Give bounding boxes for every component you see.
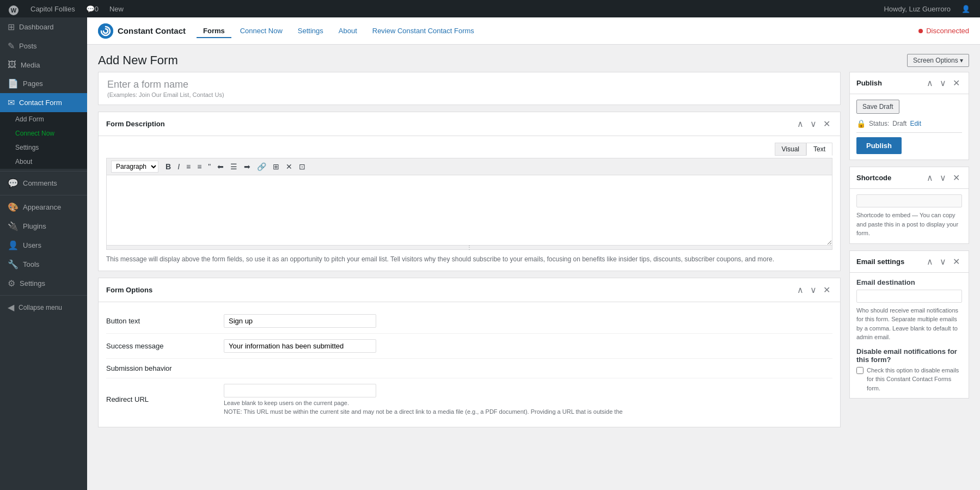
align-left-button[interactable]: ⬅ [215, 161, 226, 173]
metabox-collapse-button[interactable]: ∨ [808, 118, 819, 130]
unordered-list-button[interactable]: ≡ [183, 161, 193, 173]
sidebar-item-settings-main[interactable]: ⚙ Settings [0, 274, 87, 293]
ordered-list-button[interactable]: ≡ [194, 161, 204, 173]
button-text-row: Button text [106, 309, 832, 334]
status-edit-link[interactable]: Edit [910, 120, 921, 127]
shortcode-expand-button[interactable]: ∧ [924, 171, 935, 184]
form-options-collapse-button[interactable]: ∨ [808, 284, 819, 296]
shortcode-collapse-button[interactable]: ∨ [938, 171, 948, 184]
button-text-input[interactable] [224, 314, 376, 328]
publish-close-button[interactable]: ✕ [951, 77, 962, 89]
sidebar-item-media[interactable]: 🖼 Media [0, 56, 87, 74]
submission-behavior-row: Submission behavior [106, 359, 832, 378]
plugin-nav: Forms Connect Now Settings About Review … [197, 23, 481, 38]
sidebar-item-tools[interactable]: 🔧 Tools [0, 255, 87, 274]
redirect-url-input[interactable] [224, 384, 376, 397]
editor-area[interactable] [106, 175, 832, 246]
success-message-label: Success message [106, 342, 215, 350]
shortcode-metabox-header[interactable]: Shortcode ∧ ∨ ✕ [850, 167, 969, 189]
status-label: Status: [869, 120, 889, 127]
publish-button[interactable]: Publish [856, 137, 902, 154]
fullscreen-button[interactable]: ⊡ [296, 161, 308, 173]
form-options-body: Button text Success message Submission b… [99, 302, 840, 427]
sidebar-item-pages[interactable]: 📄 Pages [0, 74, 87, 93]
site-name[interactable]: Capitol Follies [25, 0, 81, 17]
shortcode-input[interactable] [856, 194, 962, 207]
bold-button[interactable]: B [163, 161, 174, 173]
email-description: Who should receive email notifications f… [856, 306, 962, 342]
editor-resize-handle[interactable]: ⋮ [106, 246, 832, 250]
sidebar-item-settings[interactable]: Settings [0, 140, 87, 155]
metabox-expand-button[interactable]: ∧ [795, 118, 806, 130]
form-description-title: Form Description [106, 120, 165, 128]
align-center-button[interactable]: ☰ [228, 161, 240, 173]
tab-text[interactable]: Text [806, 143, 832, 156]
sidebar-collapse-button[interactable]: ◀ Collapse menu [0, 298, 87, 317]
adminbar-avatar[interactable]: 👤 [956, 0, 976, 17]
form-name-box: (Examples: Join Our Email List, Contact … [98, 72, 841, 105]
sidebar-item-contact-form[interactable]: ✉ Contact Form [0, 93, 87, 112]
sidebar-item-connect-now[interactable]: Connect Now [0, 126, 87, 140]
form-name-input[interactable] [107, 79, 831, 90]
paragraph-select[interactable]: Paragraph [111, 161, 158, 173]
tab-visual[interactable]: Visual [775, 143, 806, 156]
editor-tabs: Visual Text [106, 143, 832, 156]
plugin-nav-connect-now[interactable]: Connect Now [234, 23, 289, 38]
email-settings-collapse-button[interactable]: ∨ [938, 255, 948, 268]
insert-table-button[interactable]: ⊞ [270, 161, 282, 173]
form-options-expand-button[interactable]: ∧ [795, 284, 806, 296]
main-content: Constant Contact Forms Connect Now Setti… [87, 17, 980, 490]
email-settings-expand-button[interactable]: ∧ [924, 255, 935, 268]
sidebar-item-plugins[interactable]: 🔌 Plugins [0, 217, 87, 236]
wp-logo-icon[interactable]: W [4, 3, 23, 15]
sidebar-item-posts[interactable]: ✎ Posts [0, 36, 87, 56]
save-draft-button[interactable]: Save Draft [856, 100, 899, 114]
publish-metabox-body: Save Draft 🔒 Status: Draft Edit Publish [850, 94, 969, 160]
form-name-hint: (Examples: Join Our Email List, Contact … [107, 91, 831, 98]
users-icon: 👤 [8, 240, 19, 250]
sidebar-item-comments[interactable]: 💬 Comments [0, 174, 87, 193]
screen-options-button[interactable]: Screen Options ▾ [907, 54, 969, 67]
sidebar-item-users[interactable]: 👤 Users [0, 236, 87, 255]
adminbar-new[interactable]: New [104, 0, 129, 17]
disable-email-checkbox-row: Check this option to disable emails for … [856, 366, 962, 393]
plugin-nav-settings[interactable]: Settings [291, 23, 330, 38]
form-description-header[interactable]: Form Description ∧ ∨ ✕ [99, 112, 840, 136]
publish-actions: Publish [856, 132, 962, 154]
sidebar-item-appearance[interactable]: 🎨 Appearance [0, 198, 87, 217]
plugin-nav-forms[interactable]: Forms [197, 23, 231, 38]
adminbar-comments[interactable]: 💬 0 [81, 0, 104, 17]
remove-format-button[interactable]: ✕ [283, 161, 295, 173]
sidebar-item-add-form[interactable]: Add Form [0, 112, 87, 126]
align-right-button[interactable]: ➡ [241, 161, 253, 173]
italic-button[interactable]: I [175, 161, 182, 173]
plugin-nav-about[interactable]: About [332, 23, 364, 38]
comments-icon: 💬 [8, 178, 19, 188]
success-message-input[interactable] [224, 339, 376, 353]
link-button[interactable]: 🔗 [254, 161, 269, 173]
publish-collapse-button[interactable]: ∨ [938, 77, 948, 89]
disable-email-checkbox[interactable] [856, 367, 863, 374]
disable-email-text: Check this option to disable emails for … [867, 366, 962, 393]
form-description-metabox: Form Description ∧ ∨ ✕ Visual Text Parag [98, 112, 841, 271]
status-row: 🔒 Status: Draft Edit [856, 119, 962, 128]
blockquote-button[interactable]: " [205, 161, 213, 173]
form-options-header[interactable]: Form Options ∧ ∨ ✕ [99, 278, 840, 302]
form-description-body: Visual Text Paragraph B I ≡ ≡ " ⬅ ☰ [99, 136, 840, 271]
metabox-close-button[interactable]: ✕ [821, 118, 832, 130]
sidebar-item-dashboard[interactable]: ⊞ Dashboard [0, 17, 87, 36]
publish-metabox-header[interactable]: Publish ∧ ∨ ✕ [850, 72, 969, 94]
form-options-close-button[interactable]: ✕ [821, 284, 832, 296]
svg-point-0 [98, 23, 113, 39]
email-settings-header[interactable]: Email settings ∧ ∨ ✕ [850, 251, 969, 273]
button-text-label: Button text [106, 317, 215, 325]
plugin-nav-review[interactable]: Review Constant Contact Forms [366, 23, 481, 38]
email-destination-input[interactable] [856, 290, 962, 303]
sidebar-item-about[interactable]: About [0, 155, 87, 169]
email-settings-close-button[interactable]: ✕ [951, 255, 962, 268]
publish-title: Publish [856, 79, 882, 87]
shortcode-close-button[interactable]: ✕ [951, 171, 962, 184]
main-column: (Examples: Join Our Email List, Contact … [98, 72, 841, 434]
constant-contact-logo-icon [98, 23, 113, 39]
publish-expand-button[interactable]: ∧ [924, 77, 935, 89]
